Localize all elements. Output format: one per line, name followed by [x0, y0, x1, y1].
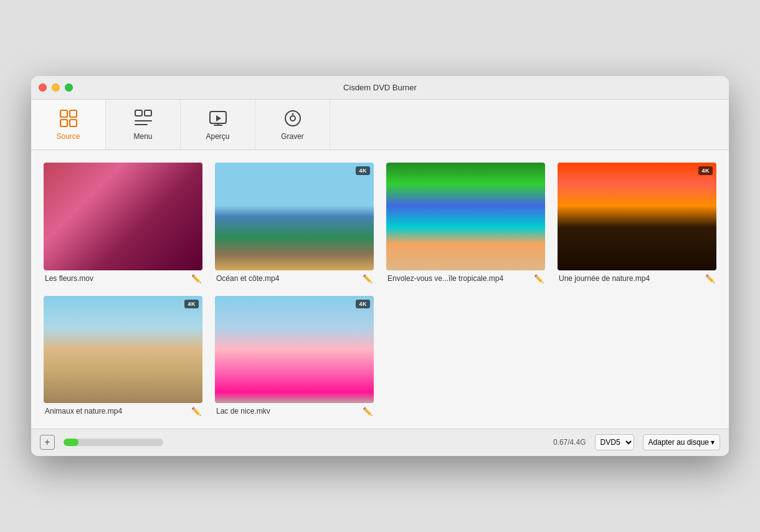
list-item: Envolez-vous ve...île tropicale.mp4 ✏️ [386, 163, 545, 283]
video-grid: Les fleurs.mov ✏️ 4K Océan et côte.mp4 ✏… [44, 163, 716, 416]
list-item: 4K Animaux et nature.mp4 ✏️ [44, 296, 202, 416]
edit-icon[interactable]: ✏️ [705, 274, 715, 283]
video-info: Lac de nice.mkv ✏️ [215, 407, 374, 416]
edit-icon[interactable]: ✏️ [534, 274, 544, 283]
adapt-label: Adapter au disque [648, 438, 709, 447]
badge-4k: 4K [698, 166, 713, 175]
window-title: Cisdem DVD Burner [343, 83, 417, 92]
play-icon [208, 108, 228, 128]
storage-label: 0.67/4.4G [553, 438, 586, 447]
video-info: Animaux et nature.mp4 ✏️ [44, 407, 202, 416]
svg-marker-9 [216, 115, 221, 121]
content-area: Les fleurs.mov ✏️ 4K Océan et côte.mp4 ✏… [31, 150, 729, 428]
menu-icon [133, 108, 153, 128]
svg-rect-2 [60, 120, 67, 126]
list-item: 4K Une journée de nature.mp4 ✏️ [558, 163, 716, 283]
tab-menu[interactable]: Menu [106, 100, 181, 150]
edit-icon[interactable]: ✏️ [191, 407, 201, 416]
traffic-lights [39, 83, 73, 92]
adapt-button[interactable]: Adapter au disque ▾ [643, 434, 720, 450]
tab-source[interactable]: Source [31, 100, 106, 150]
toolbar: Source Menu [31, 100, 729, 150]
close-button[interactable] [39, 83, 47, 92]
svg-rect-1 [70, 110, 77, 117]
video-name: Océan et côte.mp4 [216, 274, 359, 283]
tab-source-label: Source [56, 132, 80, 141]
video-thumbnail[interactable]: 4K [44, 296, 202, 403]
video-thumbnail[interactable]: 4K [558, 163, 716, 270]
svg-rect-5 [145, 110, 151, 116]
tab-apercu[interactable]: Aperçu [181, 100, 255, 150]
video-info: Océan et côte.mp4 ✏️ [215, 274, 374, 283]
add-button[interactable]: + [40, 435, 55, 450]
video-thumbnail[interactable] [44, 163, 202, 270]
list-item: Les fleurs.mov ✏️ [44, 163, 202, 283]
svg-rect-0 [60, 110, 67, 117]
title-bar: Cisdem DVD Burner [31, 76, 729, 100]
disc-icon [283, 108, 303, 128]
video-info: Une journée de nature.mp4 ✏️ [558, 274, 716, 283]
list-item: 4K Océan et côte.mp4 ✏️ [215, 163, 374, 283]
video-name: Animaux et nature.mp4 [45, 407, 188, 416]
svg-rect-3 [70, 120, 77, 126]
progress-fill [64, 439, 78, 446]
tab-menu-label: Menu [133, 132, 152, 141]
edit-icon[interactable]: ✏️ [191, 274, 201, 283]
edit-icon[interactable]: ✏️ [363, 274, 373, 283]
bottom-bar: + 0.67/4.4G DVD5 DVD9 Adapter au disque … [31, 429, 729, 456]
progress-track [64, 439, 163, 446]
video-name: Une journée de nature.mp4 [559, 274, 701, 283]
video-name: Envolez-vous ve...île tropicale.mp4 [387, 274, 530, 283]
video-info: Envolez-vous ve...île tropicale.mp4 ✏️ [386, 274, 545, 283]
video-name: Lac de nice.mkv [216, 407, 359, 416]
chevron-down-icon: ▾ [711, 438, 715, 447]
tab-graver[interactable]: Graver [255, 100, 330, 150]
video-name: Les fleurs.mov [45, 274, 188, 283]
video-thumbnail[interactable]: 4K [215, 163, 374, 270]
video-info: Les fleurs.mov ✏️ [44, 274, 202, 283]
badge-4k: 4K [184, 300, 199, 308]
badge-4k: 4K [356, 166, 370, 175]
grid-icon [59, 108, 78, 128]
svg-rect-4 [135, 110, 142, 116]
tab-apercu-label: Aperçu [206, 132, 229, 141]
dvd-select[interactable]: DVD5 DVD9 [595, 434, 634, 450]
list-item: 4K Lac de nice.mkv ✏️ [215, 296, 374, 416]
video-thumbnail[interactable]: 4K [215, 296, 374, 403]
main-window: Cisdem DVD Burner Source [31, 76, 729, 455]
minimize-button[interactable] [52, 83, 60, 92]
tab-graver-label: Graver [281, 132, 304, 141]
svg-point-14 [292, 113, 293, 115]
svg-point-13 [290, 116, 295, 121]
progress-bar-container [64, 439, 300, 446]
edit-icon[interactable]: ✏️ [363, 407, 373, 416]
maximize-button[interactable] [65, 83, 73, 92]
video-thumbnail[interactable] [386, 163, 545, 270]
badge-4k: 4K [356, 300, 370, 308]
